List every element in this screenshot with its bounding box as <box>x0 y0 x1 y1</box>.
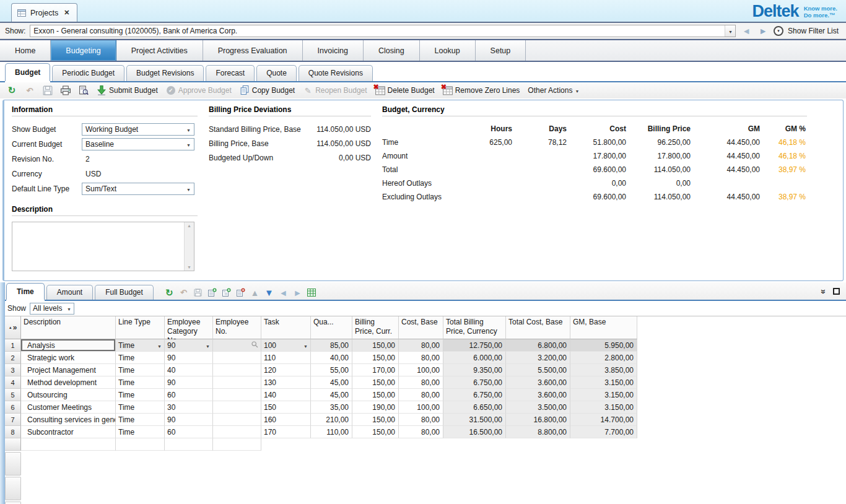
cell-cost-base[interactable]: 80,00 <box>399 376 443 389</box>
remove-zero-lines-button[interactable]: ✖ Remove Zero Lines <box>440 84 523 97</box>
row-header[interactable]: 1 <box>5 339 21 352</box>
cell-gm-base[interactable]: 3.150,00 <box>570 389 637 401</box>
sub-tab-budget[interactable]: Budget <box>5 63 50 81</box>
show-filter-list-toggle[interactable]: Show Filter List <box>788 27 839 35</box>
cell-qua[interactable]: 110,00 <box>311 426 352 438</box>
description-textarea[interactable]: ▲ ▼ <box>12 222 194 271</box>
cell-task[interactable]: 110 <box>261 352 311 364</box>
cell-qua[interactable]: 35,00 <box>311 401 352 414</box>
cell-gm-base[interactable]: 3.850,00 <box>570 364 637 376</box>
col-header-line-type[interactable]: Line Type <box>116 316 165 339</box>
cell-total-billing-price-currency[interactable]: 12.750,00 <box>443 339 506 352</box>
cell-employee-category-no[interactable]: 90 <box>165 376 213 389</box>
col-header-total-cost-base[interactable]: Total Cost, Base <box>506 316 570 339</box>
delete-line-button[interactable] <box>235 287 246 298</box>
cell-total-billing-price-currency[interactable]: 9.350,00 <box>443 364 506 376</box>
cell-line-type[interactable]: Time <box>116 401 165 414</box>
empty-cell[interactable] <box>213 438 261 451</box>
empty-cell[interactable] <box>116 438 165 451</box>
empty-cell[interactable] <box>21 438 116 451</box>
cell-gm-base[interactable]: 3.150,00 <box>570 401 637 414</box>
row-header[interactable]: 4 <box>5 376 21 389</box>
cell-line-type[interactable]: Time <box>116 414 165 426</box>
grid-save-button[interactable] <box>193 287 203 298</box>
col-header-total-billing-price-currency[interactable]: Total Billing Price, Currency <box>443 316 506 339</box>
combo-dropdown-button[interactable] <box>725 25 735 37</box>
cell-task[interactable]: 170 <box>261 426 311 438</box>
scroll-down-icon[interactable]: ▼ <box>187 265 191 269</box>
cell-qua[interactable]: 45,00 <box>311 376 352 389</box>
close-icon[interactable]: ✕ <box>63 9 71 17</box>
row-header[interactable]: 3 <box>5 364 21 376</box>
copy-budget-button[interactable]: Copy Budget <box>237 84 298 97</box>
main-tab-progress-evaluation[interactable]: Progress Evaluation <box>203 40 303 61</box>
main-tab-closing[interactable]: Closing <box>364 40 420 61</box>
cell-employee-no[interactable] <box>213 352 261 364</box>
cell-total-billing-price-currency[interactable]: 16.500,00 <box>443 426 506 438</box>
cell-cost-base[interactable]: 80,00 <box>399 352 443 364</box>
cell-qua[interactable]: 55,00 <box>311 364 352 376</box>
select-show-budget[interactable]: Working Budget <box>82 123 194 136</box>
sub-tab-budget-revisions[interactable]: Budget Revisions <box>126 65 204 81</box>
empty-row-header[interactable] <box>5 477 21 500</box>
cell-qua[interactable]: 85,00 <box>311 339 352 352</box>
reopen-budget-button[interactable]: Reopen Budget <box>300 84 370 97</box>
cell-description[interactable]: Project Management <box>21 364 116 376</box>
row-header[interactable]: 7 <box>5 414 21 426</box>
move-up-button[interactable]: ▲ <box>250 287 260 298</box>
level-filter-combo[interactable]: All levels <box>30 303 74 315</box>
cell-line-type[interactable]: Time <box>116 376 165 389</box>
add-sub-line-button[interactable] <box>221 287 232 298</box>
cell-task[interactable]: 130 <box>261 376 311 389</box>
cell-total-cost-base[interactable]: 3.600,00 <box>506 389 570 401</box>
select-default-line-type[interactable]: Sum/Text <box>82 183 194 195</box>
cell-total-billing-price-currency[interactable]: 6.650,00 <box>443 401 506 414</box>
cell-line-type[interactable]: Time <box>116 426 165 438</box>
cell-task[interactable]: 100 <box>261 339 311 352</box>
empty-row-header[interactable] <box>5 452 21 476</box>
col-header-employee-no[interactable]: Employee No. <box>213 316 261 339</box>
main-tab-setup[interactable]: Setup <box>476 40 526 61</box>
sub-tab-quote-revisions[interactable]: Quote Revisions <box>299 65 373 81</box>
select-current-budget[interactable]: Baseline <box>82 138 194 150</box>
cell-cost-base[interactable]: 100,00 <box>399 364 443 376</box>
cell-cost-base[interactable]: 80,00 <box>399 426 443 438</box>
cell-billing-price-curr[interactable]: 190,00 <box>352 401 399 414</box>
col-header-qua[interactable]: Qua... <box>311 316 352 339</box>
lower-tab-amount[interactable]: Amount <box>46 285 93 300</box>
cell-billing-price-curr[interactable]: 170,00 <box>352 364 399 376</box>
cell-employee-no[interactable] <box>213 401 261 414</box>
project-selector-combo[interactable]: Exxon - General consulting (1020005), Ba… <box>30 25 736 37</box>
cell-billing-price-curr[interactable]: 150,00 <box>352 414 399 426</box>
cell-task[interactable]: 140 <box>261 389 311 401</box>
grid-view-button[interactable] <box>307 287 317 298</box>
cell-description[interactable]: Subcontractor <box>21 426 116 438</box>
cell-total-cost-base[interactable]: 8.800,00 <box>506 426 570 438</box>
move-down-button[interactable]: ▼ <box>264 287 274 298</box>
main-tab-home[interactable]: Home <box>0 40 51 61</box>
cell-description[interactable]: Customer Meetings <box>21 401 116 414</box>
refresh-button[interactable] <box>4 84 20 97</box>
cell-gm-base[interactable]: 14.700,00 <box>570 414 637 426</box>
other-actions-button[interactable]: Other Actions <box>525 85 582 96</box>
col-header-gm-base[interactable]: GM, Base <box>570 316 637 339</box>
select-all-corner[interactable]: ▲» <box>5 316 21 339</box>
row-header[interactable]: 5 <box>5 389 21 401</box>
row-header[interactable]: 6 <box>5 401 21 414</box>
cell-billing-price-curr[interactable]: 150,00 <box>352 389 399 401</box>
delete-budget-button[interactable]: ✖ Delete Budget <box>372 84 438 97</box>
cell-billing-price-curr[interactable]: 150,00 <box>352 426 399 438</box>
row-header[interactable] <box>5 438 21 451</box>
cell-total-cost-base[interactable]: 3.200,00 <box>506 352 570 364</box>
cell-employee-category-no[interactable]: 40 <box>165 364 213 376</box>
add-line-button[interactable] <box>207 287 217 298</box>
cell-line-type[interactable]: Time <box>116 339 165 352</box>
col-header-cost-base[interactable]: Cost, Base <box>399 316 443 339</box>
sub-tab-forecast[interactable]: Forecast <box>206 65 255 81</box>
cell-description[interactable]: Outsourcing <box>21 389 116 401</box>
cell-total-cost-base[interactable]: 16.800,00 <box>506 414 570 426</box>
cell-employee-no[interactable] <box>213 339 261 352</box>
cell-cost-base[interactable]: 80,00 <box>399 339 443 352</box>
cell-employee-category-no[interactable]: 30 <box>165 401 213 414</box>
lower-tab-time[interactable]: Time <box>6 283 45 300</box>
